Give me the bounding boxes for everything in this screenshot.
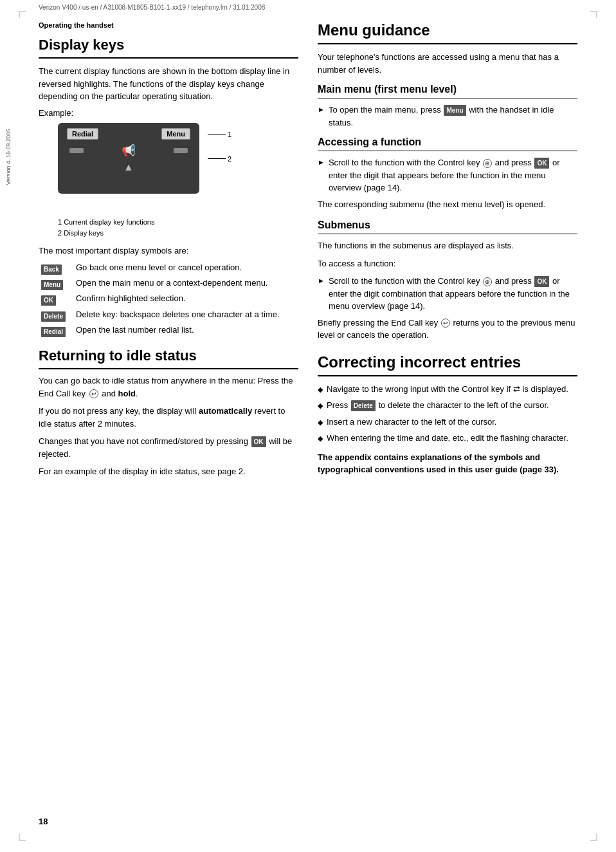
- symbol-row-menu: Menu Open the main menu or a context-dep…: [39, 276, 298, 292]
- example-label: Example:: [39, 108, 298, 118]
- version-sidebar: Version 4, 16.09.2005: [5, 129, 12, 185]
- menu-guidance-body: Your telephone's functions are accessed …: [318, 51, 577, 76]
- menu-btn: Menu: [161, 128, 190, 140]
- phone-image: Redial Menu 📢 ▲ 1 2: [58, 123, 231, 213]
- menu-guidance-title: Menu guidance: [318, 21, 577, 39]
- redial-desc: Open the last number redial list.: [73, 323, 298, 338]
- correcting-divider: [318, 375, 577, 376]
- ok-inline: OK: [251, 436, 266, 447]
- returning-body3: Changes that you have not confirmed/stor…: [39, 435, 298, 460]
- bullet-arrow3-icon: ►: [318, 275, 325, 286]
- symbol-row-redial: Redial Open the last number redial list.: [39, 323, 298, 338]
- main-menu-bullet1: ► To open the main menu, press Menu with…: [318, 104, 577, 129]
- delete-desc: Delete key: backspace deletes one charac…: [73, 308, 298, 323]
- returning-body2: If you do not press any key, the display…: [39, 405, 298, 430]
- symbols-intro: The most important display symbols are:: [39, 246, 298, 255]
- accessing-divider: [318, 151, 577, 151]
- arrows-icon: ⇄: [513, 384, 523, 394]
- delete-inline-key: Delete: [351, 400, 376, 411]
- control-key2-icon: ⊕: [483, 277, 492, 286]
- accessing-title: Accessing a function: [318, 136, 577, 148]
- page-header: Verizon V400 / us-en / A31008-M1805-B101…: [0, 0, 616, 15]
- submenus-body3: Briefly pressing the End Call key ↩ retu…: [318, 317, 577, 342]
- submenus-body2: To access a function:: [318, 257, 577, 270]
- end-call-icon: ↩: [89, 389, 98, 398]
- diamond3-icon: ◆: [318, 417, 323, 428]
- control-key-icon: ⊕: [483, 159, 492, 168]
- menu-guidance-divider: [318, 43, 577, 44]
- section-label: Operating the handset: [39, 21, 298, 29]
- correcting-bullet1: ◆ Navigate to the wrong input with the C…: [318, 383, 577, 396]
- submenus-divider: [318, 234, 577, 234]
- correcting-bullet2: ◆ Press Delete to delete the character t…: [318, 399, 577, 412]
- diamond1-icon: ◆: [318, 384, 323, 395]
- page-number: 18: [39, 817, 48, 826]
- returning-divider: [39, 368, 298, 369]
- end-call2-icon: ↩: [441, 319, 450, 328]
- display-keys-body: The current display functions are shown …: [39, 65, 298, 103]
- bullet-arrow-icon: ►: [318, 104, 325, 115]
- header-text: Verizon V400 / us-en / A31008-M1805-B101…: [39, 4, 265, 11]
- submenus-title: Submenus: [318, 219, 577, 231]
- redial-btn: Redial: [67, 128, 98, 140]
- correcting-title: Correcting incorrect entries: [318, 353, 577, 371]
- caption1: 1 Current display key functions: [58, 217, 298, 228]
- symbol-table: Back Go back one menu level or cancel op…: [39, 261, 298, 338]
- redial-key: Redial: [41, 327, 66, 337]
- appendix-note: The appendix contains explanations of th…: [318, 451, 577, 476]
- caption2: 2 Display keys: [58, 228, 298, 239]
- menu-key: Menu: [41, 280, 63, 290]
- symbol-row-back: Back Go back one menu level or cancel op…: [39, 261, 298, 276]
- correcting-bullet4: ◆ When entering the time and date, etc.,…: [318, 432, 577, 445]
- image-captions: 1 Current display key functions 2 Displa…: [58, 217, 298, 239]
- symbol-row-ok: OK Confirm highlighted selection.: [39, 292, 298, 307]
- main-menu-title: Main menu (first menu level): [318, 84, 577, 95]
- diamond4-icon: ◆: [318, 433, 323, 444]
- submenus-body1: The functions in the submenus are displa…: [318, 239, 577, 252]
- ok-key-accessing: OK: [534, 158, 549, 169]
- back-key: Back: [41, 264, 62, 275]
- ok-key-submenus: OK: [534, 276, 549, 287]
- returning-body1: You can go back to idle status from anyw…: [39, 375, 298, 400]
- right-column: Menu guidance Your telephone's functions…: [318, 21, 577, 483]
- menu-inline-key: Menu: [444, 105, 466, 116]
- submenus-bullet1: ► Scroll to the function with the Contro…: [318, 275, 577, 313]
- back-desc: Go back one menu level or cancel operati…: [73, 261, 298, 276]
- display-keys-divider: [39, 57, 298, 59]
- returning-body4: For an example of the display in idle st…: [39, 465, 298, 478]
- symbol-row-delete: Delete Delete key: backspace deletes one…: [39, 308, 298, 323]
- left-column: Operating the handset Display keys The c…: [39, 21, 298, 483]
- display-keys-title: Display keys: [39, 37, 298, 53]
- menu-desc: Open the main menu or a context-dependen…: [73, 276, 298, 292]
- bullet-arrow2-icon: ►: [318, 157, 325, 168]
- returning-title: Returning to idle status: [39, 347, 298, 364]
- accessing-bullet1: ► Scroll to the function with the Contro…: [318, 156, 577, 194]
- ok-desc: Confirm highlighted selection.: [73, 292, 298, 307]
- ok-key: OK: [41, 295, 56, 306]
- delete-key: Delete: [41, 311, 66, 322]
- accessing-body1: The corresponding submenu (the next menu…: [318, 198, 577, 211]
- correcting-bullet3: ◆ Insert a new character to the left of …: [318, 416, 577, 429]
- diamond2-icon: ◆: [318, 400, 323, 411]
- main-menu-divider: [318, 98, 577, 98]
